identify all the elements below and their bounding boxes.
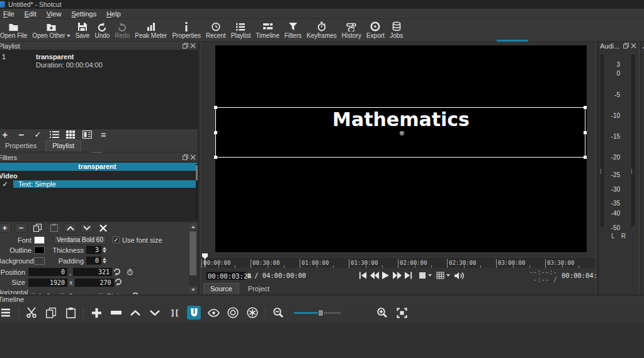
resize-handle-br[interactable] [584, 156, 587, 159]
thickness-spinner[interactable] [103, 247, 106, 253]
size-reset-icon[interactable] [114, 278, 123, 287]
in-out-selector-button[interactable] [419, 272, 432, 279]
append-icon[interactable] [89, 306, 103, 320]
move-filter-down-icon[interactable] [80, 223, 93, 233]
editor-scrollbar[interactable] [189, 223, 197, 293]
menu-item[interactable]: Settings [66, 10, 101, 18]
zoom-slider-handle[interactable] [318, 309, 324, 316]
font-family-button[interactable]: Verdana Bold 60 [54, 235, 106, 245]
scrub-eye-icon[interactable] [206, 306, 220, 320]
redo-button[interactable]: Redo [112, 20, 132, 40]
add-filter-button[interactable]: + [0, 223, 11, 233]
filter-enabled-check-icon[interactable]: ✓ [0, 180, 13, 188]
view-details-icon[interactable] [48, 130, 60, 139]
player-time-ruler[interactable]: 00:00:0000:30:0001:00:0001:30:0002:00:00… [201, 258, 595, 268]
size-height-field[interactable]: 270 [75, 279, 114, 287]
paste-filters-icon[interactable] [47, 223, 60, 233]
peak-meter-button[interactable]: Peak Meter [132, 20, 169, 40]
ripple-delete-icon[interactable] [109, 306, 123, 320]
scroll-down-icon[interactable] [189, 286, 197, 293]
jobs-button[interactable]: Jobs [387, 20, 406, 40]
dock-tab[interactable]: Playlist [45, 140, 81, 151]
move-handle[interactable] [399, 130, 405, 136]
playlist-item[interactable]: 1 transparent Duration: 00:00:04:00 [0, 50, 198, 69]
save-button[interactable]: Save [73, 20, 93, 40]
snap-magnet-icon[interactable] [187, 306, 201, 320]
scrollbar-thumb[interactable] [189, 231, 196, 275]
remove-filter-button[interactable]: − [14, 223, 28, 233]
float-panel-icon[interactable] [183, 154, 188, 160]
resize-handle-bl[interactable] [214, 156, 217, 159]
copy-filters-icon[interactable] [31, 223, 44, 233]
keyframes-button[interactable]: Keyframes [304, 20, 339, 40]
position-spinner[interactable] [247, 273, 251, 279]
overwrite-icon[interactable] [148, 306, 162, 320]
open-other-button[interactable]: Open Other [30, 20, 72, 40]
view-icons-icon[interactable] [64, 130, 77, 139]
deselect-filter-icon[interactable] [96, 223, 110, 233]
player-tab[interactable]: Project [242, 284, 276, 294]
filters-button[interactable]: Filters [282, 20, 304, 40]
ripple-all-tracks-icon[interactable] [246, 306, 259, 320]
position-x-field[interactable]: 0 [28, 268, 67, 276]
paste-icon[interactable] [64, 306, 77, 320]
split-button[interactable]: ][ [167, 306, 181, 320]
float-panel-icon[interactable] [183, 43, 188, 49]
thickness-field[interactable]: 3 [86, 246, 101, 254]
close-panel-icon[interactable] [190, 43, 196, 49]
position-reset-icon[interactable] [112, 268, 121, 277]
zoom-fit-icon[interactable] [395, 306, 409, 320]
size-width-field[interactable]: 1920 [28, 279, 67, 287]
cut-icon[interactable] [25, 306, 38, 320]
padding-spinner[interactable] [103, 258, 106, 263]
position-keyframes-button[interactable] [125, 267, 135, 277]
grid-button[interactable] [436, 272, 450, 279]
skip-previous-icon[interactable] [358, 271, 368, 280]
ripple-icon[interactable] [226, 306, 240, 320]
filter-row[interactable]: ✓ Text: Simple [0, 180, 198, 188]
timeline-tracks-area[interactable] [0, 322, 644, 358]
volume-icon[interactable] [455, 271, 464, 280]
font-color-swatch[interactable] [34, 236, 45, 244]
position-y-field[interactable]: 321 [73, 268, 112, 276]
resize-handle-mr[interactable] [584, 131, 587, 134]
timeline-zoom-slider[interactable] [294, 309, 341, 316]
scroll-up-icon[interactable] [189, 223, 197, 230]
filters-scrollbar[interactable] [196, 164, 198, 219]
update-button[interactable]: ✓ [31, 130, 44, 139]
rewind-icon[interactable] [370, 271, 379, 280]
player-tab[interactable]: Source [203, 283, 239, 294]
float-panel-icon[interactable] [623, 43, 629, 49]
play-icon[interactable] [381, 271, 390, 280]
fast-forward-icon[interactable] [392, 271, 402, 280]
timeline-button[interactable]: Timeline [253, 20, 281, 40]
close-panel-icon[interactable] [190, 154, 196, 160]
open-file-button[interactable]: Open File [0, 20, 30, 40]
append-button[interactable]: + [0, 130, 11, 139]
playlist-button[interactable]: Playlist [229, 20, 254, 40]
zoom-in-icon[interactable] [375, 306, 389, 320]
recent-button[interactable]: Recent [203, 20, 229, 40]
properties-button[interactable]: Properties [169, 20, 203, 40]
copy-icon[interactable] [44, 306, 58, 320]
use-font-size-checkbox[interactable]: ✓ [113, 236, 120, 243]
lift-icon[interactable] [128, 306, 142, 320]
menu-item[interactable]: Help [101, 10, 126, 18]
view-tiles-icon[interactable] [81, 130, 93, 139]
outline-color-swatch[interactable] [34, 246, 45, 254]
move-filter-up-icon[interactable] [64, 223, 77, 233]
playhead[interactable] [202, 253, 208, 267]
export-button[interactable]: Export [364, 20, 387, 40]
position-timecode-field[interactable]: 00:00:03:24 [206, 272, 246, 280]
playlist-menu-icon[interactable]: ≡ [97, 130, 110, 139]
close-panel-icon[interactable] [631, 43, 636, 49]
padding-field[interactable]: 0 [86, 257, 101, 265]
menu-item[interactable]: View [42, 10, 67, 18]
skip-next-icon[interactable] [404, 271, 413, 280]
dock-tab[interactable]: Properties [0, 141, 43, 151]
jobs-panel-strip[interactable]: Jo [640, 42, 644, 294]
menu-item[interactable]: Edit [20, 10, 42, 18]
undo-button[interactable]: Undo [92, 20, 112, 40]
timeline-menu-icon[interactable] [0, 306, 13, 320]
remove-button[interactable]: − [15, 130, 28, 139]
